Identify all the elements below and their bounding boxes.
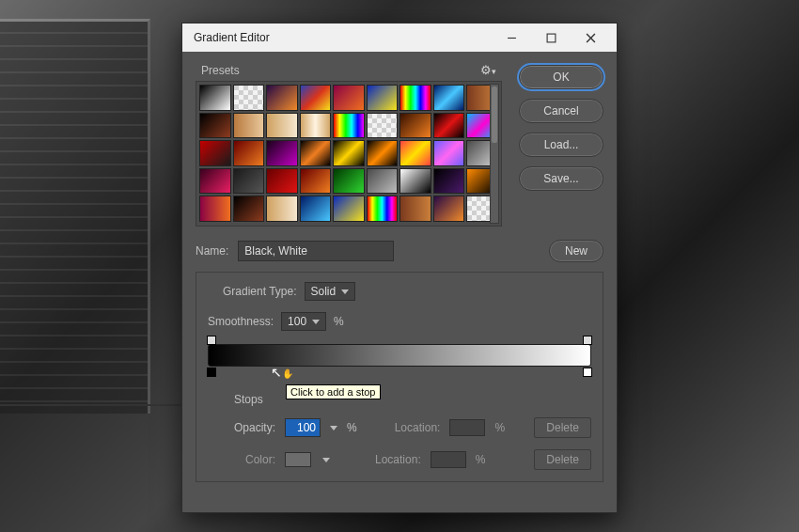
cursor-icon: ↖✋	[271, 365, 293, 380]
preset-swatch[interactable]	[199, 140, 231, 166]
preset-swatch[interactable]	[300, 196, 332, 222]
location-unit-2: %	[476, 453, 486, 466]
preset-swatch[interactable]	[400, 140, 431, 166]
smoothness-input[interactable]: 100	[281, 312, 326, 331]
preset-swatch[interactable]	[266, 196, 298, 222]
close-button[interactable]	[572, 27, 609, 48]
presets-box	[196, 81, 502, 227]
presets-label: Presets	[201, 64, 240, 77]
location-label: Location:	[395, 421, 441, 434]
color-stop-right[interactable]	[583, 368, 592, 377]
preset-swatch[interactable]	[367, 140, 399, 166]
preset-swatch[interactable]	[367, 168, 399, 195]
name-input[interactable]	[238, 241, 394, 261]
presets-scrollbar[interactable]	[490, 84, 499, 224]
gradient-type-section: Gradient Type: Solid Smoothness: 100 %	[196, 272, 603, 482]
dialog-title: Gradient Editor	[194, 31, 270, 44]
color-stop-left[interactable]	[207, 368, 216, 377]
preset-swatch[interactable]	[199, 196, 231, 222]
preset-swatch[interactable]	[300, 140, 332, 166]
preset-swatch[interactable]	[433, 113, 465, 139]
preset-swatch[interactable]	[199, 85, 231, 111]
stops-label: Stops	[234, 393, 263, 406]
gradient-editor-dialog: Gradient Editor Presets ⚙▾ OK Cancel	[181, 23, 618, 513]
gear-icon[interactable]: ⚙▾	[480, 63, 496, 77]
preset-swatch[interactable]	[433, 85, 465, 111]
smoothness-label: Smoothness:	[208, 315, 274, 328]
minimize-button[interactable]	[493, 27, 530, 48]
ok-button[interactable]: OK	[519, 65, 603, 89]
chevron-down-icon[interactable]	[330, 426, 337, 430]
preset-swatch[interactable]	[333, 140, 365, 166]
svg-rect-1	[547, 34, 556, 42]
name-label: Name:	[196, 244, 228, 258]
preset-swatch[interactable]	[300, 85, 332, 111]
annotation-arrow	[0, 404, 196, 406]
gradient-bar[interactable]: ↖✋ Click to add a stop	[208, 344, 591, 367]
chevron-down-icon[interactable]	[322, 458, 330, 462]
new-button[interactable]: New	[549, 240, 603, 262]
preset-swatch[interactable]	[233, 140, 265, 166]
gradient-type-select[interactable]: Solid	[305, 282, 356, 301]
titlebar[interactable]: Gradient Editor	[182, 23, 617, 52]
preset-swatch[interactable]	[300, 113, 332, 139]
opacity-input[interactable]: 100	[285, 418, 321, 437]
preset-swatch[interactable]	[333, 168, 365, 195]
preset-swatch[interactable]	[333, 85, 365, 111]
preset-swatch[interactable]	[266, 140, 298, 166]
load-button[interactable]: Load...	[519, 133, 603, 157]
preset-swatch[interactable]	[433, 196, 465, 222]
tooltip: Click to add a stop	[286, 384, 381, 399]
opacity-stop-right[interactable]	[583, 336, 592, 345]
color-label: Color:	[245, 453, 275, 466]
preset-swatch[interactable]	[233, 168, 265, 195]
preset-swatch[interactable]	[333, 113, 365, 139]
preset-swatch[interactable]	[400, 85, 431, 111]
preset-swatch[interactable]	[266, 85, 298, 111]
preset-swatch[interactable]	[233, 113, 265, 139]
preset-swatch[interactable]	[233, 196, 265, 222]
preset-swatch[interactable]	[367, 113, 399, 139]
smoothness-value: 100	[288, 315, 306, 328]
preset-swatch[interactable]	[333, 196, 365, 222]
maximize-button[interactable]	[532, 27, 570, 48]
location-label-2: Location:	[375, 453, 421, 466]
preset-swatch[interactable]	[266, 168, 298, 195]
opacity-location-input[interactable]	[449, 419, 485, 436]
gradient-type-label: Gradient Type:	[223, 285, 297, 298]
preset-swatch[interactable]	[400, 168, 431, 195]
preset-swatch[interactable]	[367, 85, 399, 111]
preset-swatch[interactable]	[400, 196, 431, 222]
preset-swatch[interactable]	[199, 168, 231, 195]
preset-swatch[interactable]	[367, 196, 399, 222]
cancel-button[interactable]: Cancel	[519, 99, 603, 123]
background-image	[0, 19, 150, 414]
save-button[interactable]: Save...	[519, 166, 603, 191]
color-delete-button[interactable]: Delete	[534, 449, 591, 470]
opacity-stop-left[interactable]	[207, 336, 216, 345]
opacity-delete-button[interactable]: Delete	[534, 417, 591, 438]
color-swatch[interactable]	[285, 452, 311, 467]
smoothness-unit: %	[334, 315, 344, 328]
preset-swatch[interactable]	[233, 85, 265, 111]
preset-swatch[interactable]	[400, 113, 431, 139]
preset-swatch[interactable]	[433, 168, 465, 195]
preset-swatch[interactable]	[433, 140, 465, 166]
color-location-input[interactable]	[431, 451, 466, 468]
preset-swatch[interactable]	[199, 113, 231, 139]
opacity-unit: %	[347, 421, 357, 434]
chevron-down-icon	[341, 289, 349, 294]
gradient-type-value: Solid	[311, 285, 337, 298]
preset-swatch[interactable]	[266, 113, 298, 139]
chevron-down-icon	[312, 320, 320, 324]
location-unit: %	[494, 421, 505, 434]
opacity-label: Opacity:	[234, 421, 275, 434]
preset-swatch[interactable]	[300, 168, 332, 195]
